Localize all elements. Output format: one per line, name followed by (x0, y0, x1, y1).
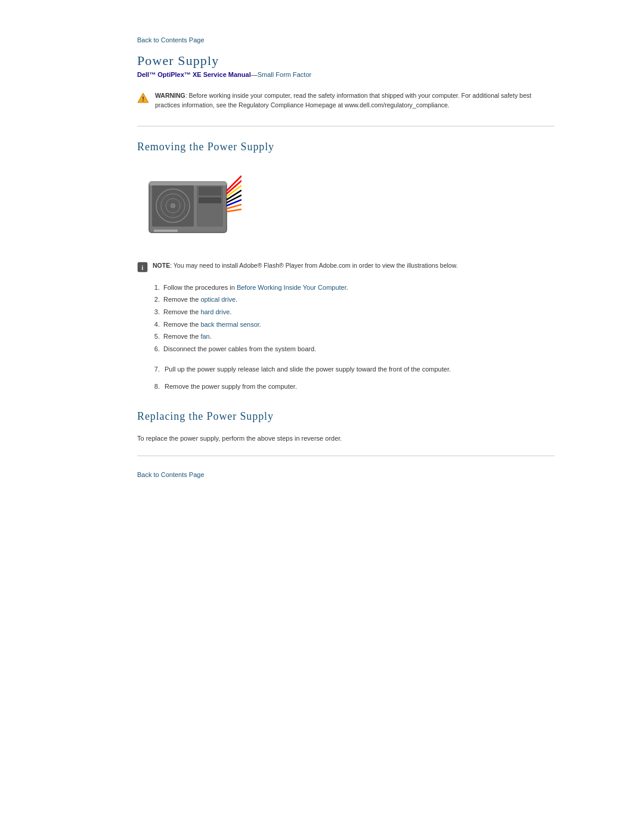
power-supply-image (137, 164, 242, 250)
note-label: NOTE (153, 262, 170, 269)
warning-text: WARNING: Before working inside your comp… (155, 91, 555, 110)
steps-list: Follow the procedures in Before Working … (149, 282, 555, 355)
back-to-contents-bottom[interactable]: Back to Contents Page (137, 471, 205, 478)
svg-rect-12 (199, 197, 221, 203)
removing-section-title: Removing the Power Supply (137, 141, 555, 153)
note-icon: i (137, 262, 148, 272)
step-7-block: 7. Pull up the power supply release latc… (149, 364, 555, 375)
step-2: Remove the optical drive. (149, 294, 555, 305)
step-8-num: 8. (149, 382, 160, 392)
step-5: Remove the fan. (149, 331, 555, 342)
fan-link[interactable]: fan (200, 333, 209, 340)
step-7-num: 7. (149, 364, 160, 375)
step-6: Disconnect the power cables from the sys… (149, 343, 555, 355)
warning-icon: ! (137, 92, 149, 104)
step-1-text: Follow the procedures in Before Working … (163, 282, 348, 293)
svg-rect-21 (149, 182, 227, 185)
step-4-text: Remove the back thermal sensor. (163, 319, 261, 330)
step-5-text: Remove the fan. (163, 331, 212, 342)
svg-text:!: ! (142, 95, 144, 103)
before-working-link[interactable]: Before Working Inside Your Computer (237, 284, 346, 291)
step-3: Remove the hard drive. (149, 306, 555, 318)
optical-drive-link[interactable]: optical drive (200, 296, 236, 303)
warning-body: : Before working inside your computer, r… (155, 92, 531, 109)
svg-line-20 (227, 209, 242, 212)
bottom-divider (137, 456, 555, 456)
hard-drive-link[interactable]: hard drive (200, 308, 230, 315)
step-8-text: Remove the power supply from the compute… (165, 382, 297, 392)
warning-box: ! WARNING: Before working inside your co… (137, 88, 555, 114)
warning-label: WARNING (155, 92, 185, 99)
step-6-text: Disconnect the power cables from the sys… (163, 343, 316, 355)
step-1: Follow the procedures in Before Working … (149, 282, 555, 293)
back-to-contents-top[interactable]: Back to Contents Page (137, 36, 205, 44)
svg-rect-22 (154, 230, 178, 232)
subtitle-normal: Small Form Factor (258, 71, 311, 78)
svg-text:i: i (142, 264, 144, 271)
subtitle-emdash: — (251, 71, 258, 78)
subtitle-bold: Dell™ OptiPlex™ XE Service Manual (137, 71, 251, 78)
replacing-section-title: Replacing the Power Supply (137, 410, 555, 423)
top-divider (137, 126, 555, 126)
page-title: Power Supply (137, 53, 555, 69)
step-4: Remove the back thermal sensor. (149, 319, 555, 330)
step-3-text: Remove the hard drive. (163, 306, 231, 318)
note-text: NOTE: You may need to install Adobe® Fla… (153, 261, 458, 271)
replacing-section: Replacing the Power Supply To replace th… (137, 410, 555, 444)
back-thermal-sensor-link[interactable]: back thermal sensor (200, 321, 259, 328)
svg-rect-11 (199, 187, 221, 196)
note-body: : You may need to install Adobe® Flash® … (170, 262, 457, 269)
subtitle-line: Dell™ OptiPlex™ XE Service Manual—Small … (137, 71, 555, 78)
step-8-block: 8. Remove the power supply from the comp… (149, 382, 555, 392)
note-box: i NOTE: You may need to install Adobe® F… (137, 261, 555, 272)
step-7-text: Pull up the power supply release latch a… (165, 364, 451, 375)
replacing-text: To replace the power supply, perform the… (137, 433, 555, 444)
page-container: Back to Contents Page Power Supply Dell™… (66, 0, 578, 512)
step-2-text: Remove the optical drive. (163, 294, 237, 305)
